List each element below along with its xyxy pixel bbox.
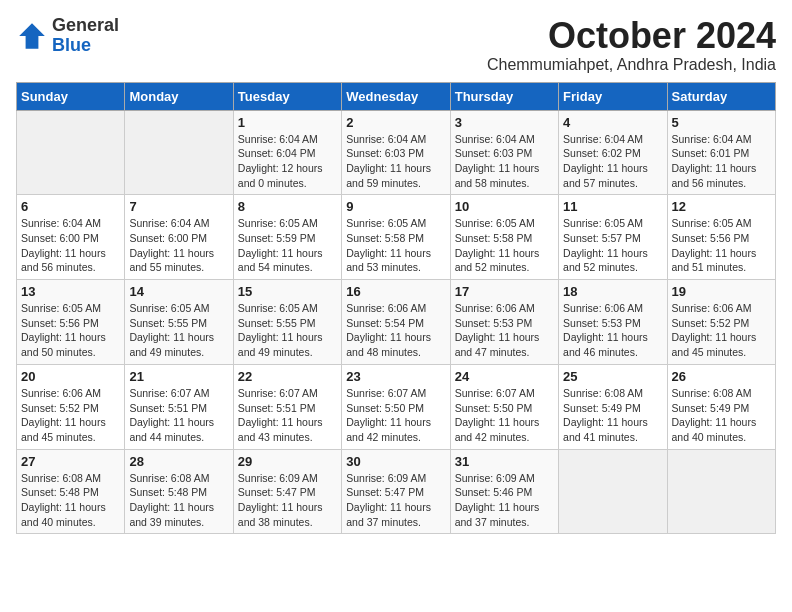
day-number: 5 <box>672 115 771 130</box>
day-info: Sunrise: 6:05 AM Sunset: 5:59 PM Dayligh… <box>238 216 337 275</box>
day-info: Sunrise: 6:08 AM Sunset: 5:48 PM Dayligh… <box>21 471 120 530</box>
day-number: 25 <box>563 369 662 384</box>
calendar-cell: 21Sunrise: 6:07 AM Sunset: 5:51 PM Dayli… <box>125 364 233 449</box>
day-number: 28 <box>129 454 228 469</box>
calendar-cell <box>667 449 775 534</box>
day-info: Sunrise: 6:07 AM Sunset: 5:50 PM Dayligh… <box>346 386 445 445</box>
logo-blue: Blue <box>52 36 119 56</box>
calendar-week-row: 6Sunrise: 6:04 AM Sunset: 6:00 PM Daylig… <box>17 195 776 280</box>
day-number: 13 <box>21 284 120 299</box>
calendar-cell: 24Sunrise: 6:07 AM Sunset: 5:50 PM Dayli… <box>450 364 558 449</box>
calendar-cell: 31Sunrise: 6:09 AM Sunset: 5:46 PM Dayli… <box>450 449 558 534</box>
day-number: 14 <box>129 284 228 299</box>
calendar-cell: 29Sunrise: 6:09 AM Sunset: 5:47 PM Dayli… <box>233 449 341 534</box>
day-info: Sunrise: 6:09 AM Sunset: 5:47 PM Dayligh… <box>346 471 445 530</box>
calendar-week-row: 20Sunrise: 6:06 AM Sunset: 5:52 PM Dayli… <box>17 364 776 449</box>
logo-general: General <box>52 16 119 36</box>
day-info: Sunrise: 6:08 AM Sunset: 5:49 PM Dayligh… <box>672 386 771 445</box>
calendar-cell: 5Sunrise: 6:04 AM Sunset: 6:01 PM Daylig… <box>667 110 775 195</box>
day-info: Sunrise: 6:04 AM Sunset: 6:00 PM Dayligh… <box>21 216 120 275</box>
calendar-cell: 26Sunrise: 6:08 AM Sunset: 5:49 PM Dayli… <box>667 364 775 449</box>
calendar-cell: 16Sunrise: 6:06 AM Sunset: 5:54 PM Dayli… <box>342 280 450 365</box>
day-info: Sunrise: 6:05 AM Sunset: 5:55 PM Dayligh… <box>238 301 337 360</box>
calendar-cell: 30Sunrise: 6:09 AM Sunset: 5:47 PM Dayli… <box>342 449 450 534</box>
day-number: 24 <box>455 369 554 384</box>
calendar-cell: 15Sunrise: 6:05 AM Sunset: 5:55 PM Dayli… <box>233 280 341 365</box>
day-info: Sunrise: 6:06 AM Sunset: 5:53 PM Dayligh… <box>563 301 662 360</box>
day-number: 3 <box>455 115 554 130</box>
logo-icon <box>16 20 48 52</box>
svg-marker-0 <box>19 23 45 49</box>
calendar-cell: 13Sunrise: 6:05 AM Sunset: 5:56 PM Dayli… <box>17 280 125 365</box>
logo: General Blue <box>16 16 119 56</box>
day-info: Sunrise: 6:05 AM Sunset: 5:55 PM Dayligh… <box>129 301 228 360</box>
day-number: 10 <box>455 199 554 214</box>
calendar-cell: 2Sunrise: 6:04 AM Sunset: 6:03 PM Daylig… <box>342 110 450 195</box>
day-number: 20 <box>21 369 120 384</box>
calendar-week-row: 27Sunrise: 6:08 AM Sunset: 5:48 PM Dayli… <box>17 449 776 534</box>
day-number: 17 <box>455 284 554 299</box>
calendar-cell: 25Sunrise: 6:08 AM Sunset: 5:49 PM Dayli… <box>559 364 667 449</box>
weekday-header: Sunday <box>17 82 125 110</box>
day-info: Sunrise: 6:05 AM Sunset: 5:58 PM Dayligh… <box>346 216 445 275</box>
calendar-cell: 17Sunrise: 6:06 AM Sunset: 5:53 PM Dayli… <box>450 280 558 365</box>
day-number: 12 <box>672 199 771 214</box>
day-info: Sunrise: 6:07 AM Sunset: 5:50 PM Dayligh… <box>455 386 554 445</box>
day-number: 18 <box>563 284 662 299</box>
day-number: 4 <box>563 115 662 130</box>
day-info: Sunrise: 6:07 AM Sunset: 5:51 PM Dayligh… <box>238 386 337 445</box>
calendar-cell: 22Sunrise: 6:07 AM Sunset: 5:51 PM Dayli… <box>233 364 341 449</box>
day-info: Sunrise: 6:05 AM Sunset: 5:57 PM Dayligh… <box>563 216 662 275</box>
day-number: 23 <box>346 369 445 384</box>
weekday-header: Friday <box>559 82 667 110</box>
day-number: 29 <box>238 454 337 469</box>
day-info: Sunrise: 6:04 AM Sunset: 6:03 PM Dayligh… <box>455 132 554 191</box>
day-number: 11 <box>563 199 662 214</box>
day-info: Sunrise: 6:04 AM Sunset: 6:02 PM Dayligh… <box>563 132 662 191</box>
day-number: 21 <box>129 369 228 384</box>
day-number: 19 <box>672 284 771 299</box>
calendar-cell: 14Sunrise: 6:05 AM Sunset: 5:55 PM Dayli… <box>125 280 233 365</box>
location: Chemmumiahpet, Andhra Pradesh, India <box>487 56 776 74</box>
calendar-cell: 18Sunrise: 6:06 AM Sunset: 5:53 PM Dayli… <box>559 280 667 365</box>
day-info: Sunrise: 6:04 AM Sunset: 6:04 PM Dayligh… <box>238 132 337 191</box>
day-number: 8 <box>238 199 337 214</box>
calendar-cell: 23Sunrise: 6:07 AM Sunset: 5:50 PM Dayli… <box>342 364 450 449</box>
calendar-cell: 7Sunrise: 6:04 AM Sunset: 6:00 PM Daylig… <box>125 195 233 280</box>
day-number: 6 <box>21 199 120 214</box>
weekday-header: Thursday <box>450 82 558 110</box>
day-number: 16 <box>346 284 445 299</box>
weekday-header-row: SundayMondayTuesdayWednesdayThursdayFrid… <box>17 82 776 110</box>
day-info: Sunrise: 6:06 AM Sunset: 5:54 PM Dayligh… <box>346 301 445 360</box>
day-info: Sunrise: 6:04 AM Sunset: 6:00 PM Dayligh… <box>129 216 228 275</box>
day-number: 1 <box>238 115 337 130</box>
calendar-cell <box>17 110 125 195</box>
day-number: 9 <box>346 199 445 214</box>
day-info: Sunrise: 6:06 AM Sunset: 5:52 PM Dayligh… <box>21 386 120 445</box>
page-header: General Blue October 2024 Chemmumiahpet,… <box>16 16 776 74</box>
calendar-week-row: 1Sunrise: 6:04 AM Sunset: 6:04 PM Daylig… <box>17 110 776 195</box>
calendar-cell: 20Sunrise: 6:06 AM Sunset: 5:52 PM Dayli… <box>17 364 125 449</box>
calendar-week-row: 13Sunrise: 6:05 AM Sunset: 5:56 PM Dayli… <box>17 280 776 365</box>
day-info: Sunrise: 6:05 AM Sunset: 5:56 PM Dayligh… <box>672 216 771 275</box>
day-number: 7 <box>129 199 228 214</box>
title-block: October 2024 Chemmumiahpet, Andhra Prade… <box>487 16 776 74</box>
weekday-header: Monday <box>125 82 233 110</box>
day-number: 30 <box>346 454 445 469</box>
weekday-header: Saturday <box>667 82 775 110</box>
day-info: Sunrise: 6:06 AM Sunset: 5:52 PM Dayligh… <box>672 301 771 360</box>
weekday-header: Tuesday <box>233 82 341 110</box>
calendar-cell <box>559 449 667 534</box>
calendar-cell: 10Sunrise: 6:05 AM Sunset: 5:58 PM Dayli… <box>450 195 558 280</box>
calendar-cell: 19Sunrise: 6:06 AM Sunset: 5:52 PM Dayli… <box>667 280 775 365</box>
day-info: Sunrise: 6:09 AM Sunset: 5:46 PM Dayligh… <box>455 471 554 530</box>
day-info: Sunrise: 6:04 AM Sunset: 6:03 PM Dayligh… <box>346 132 445 191</box>
day-info: Sunrise: 6:07 AM Sunset: 5:51 PM Dayligh… <box>129 386 228 445</box>
calendar-cell: 11Sunrise: 6:05 AM Sunset: 5:57 PM Dayli… <box>559 195 667 280</box>
calendar-cell <box>125 110 233 195</box>
calendar-cell: 1Sunrise: 6:04 AM Sunset: 6:04 PM Daylig… <box>233 110 341 195</box>
day-info: Sunrise: 6:08 AM Sunset: 5:48 PM Dayligh… <box>129 471 228 530</box>
calendar-cell: 27Sunrise: 6:08 AM Sunset: 5:48 PM Dayli… <box>17 449 125 534</box>
calendar-cell: 12Sunrise: 6:05 AM Sunset: 5:56 PM Dayli… <box>667 195 775 280</box>
day-info: Sunrise: 6:05 AM Sunset: 5:56 PM Dayligh… <box>21 301 120 360</box>
